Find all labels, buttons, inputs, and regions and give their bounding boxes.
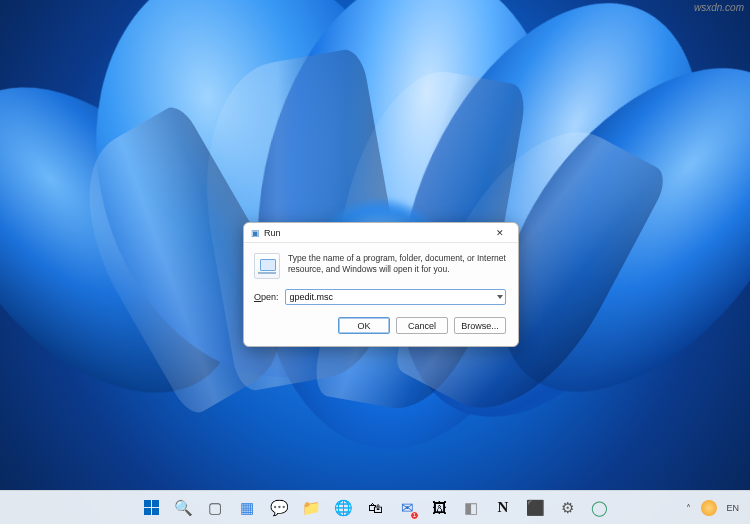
file-explorer-button[interactable]: 📁 [298,495,324,521]
run-program-icon [254,253,280,279]
taskbar: 🔍 ▢ ▦ 💬 📁 🌐 🛍 ✉ 1 🖼 ◧ N ⬛ ⚙ ◯ ˄ EN [0,490,750,524]
pinned-app-1[interactable]: ◧ [458,495,484,521]
run-title: Run [264,228,486,238]
chat-button[interactable]: 💬 [266,495,292,521]
notion-button[interactable]: N [490,495,516,521]
app-icon: ◧ [464,499,478,517]
folder-icon: 📁 [302,499,321,517]
run-description: Type the name of a program, folder, docu… [288,253,506,275]
widgets-icon: ▦ [240,499,254,517]
open-label: Open: [254,292,279,302]
watermark-text: wsxdn.com [694,2,744,13]
mail-button[interactable]: ✉ 1 [394,495,420,521]
app-icon-2: ⬛ [526,499,545,517]
search-icon: 🔍 [174,499,193,517]
close-button[interactable]: ✕ [486,225,514,241]
start-button[interactable] [138,495,164,521]
pinned-app-2[interactable]: ⬛ [522,495,548,521]
settings-button[interactable]: ⚙ [554,495,580,521]
edge-button[interactable]: 🌐 [330,495,356,521]
tray-app-icon[interactable] [701,500,717,516]
taskbar-tray: ˄ EN [682,491,742,524]
run-title-icon: ▣ [250,228,260,238]
task-view-button[interactable]: ▢ [202,495,228,521]
ok-button[interactable]: OK [338,317,390,334]
taskbar-center: 🔍 ▢ ▦ 💬 📁 🌐 🛍 ✉ 1 🖼 ◧ N ⬛ ⚙ ◯ [138,495,612,521]
edge-icon: 🌐 [334,499,353,517]
gear-icon: ⚙ [561,499,574,517]
store-button[interactable]: 🛍 [362,495,388,521]
mail-badge: 1 [410,511,419,520]
chat-icon: 💬 [270,499,289,517]
task-view-icon: ▢ [208,499,222,517]
photos-icon: 🖼 [432,499,447,516]
tray-overflow-button[interactable]: ˄ [682,501,695,516]
windows-logo-icon [144,500,159,515]
open-input[interactable] [285,289,506,305]
cancel-button[interactable]: Cancel [396,317,448,334]
browse-button[interactable]: Browse... [454,317,506,334]
close-icon: ✕ [496,228,504,238]
pinned-app-3[interactable]: ◯ [586,495,612,521]
search-button[interactable]: 🔍 [170,495,196,521]
photos-button[interactable]: 🖼 [426,495,452,521]
run-titlebar[interactable]: ▣ Run ✕ [244,223,518,243]
store-icon: 🛍 [368,499,383,516]
run-dialog: ▣ Run ✕ Type the name of a program, fold… [243,222,519,347]
app-icon-3: ◯ [591,499,608,517]
notion-icon: N [498,499,509,516]
ime-indicator[interactable]: EN [723,501,742,515]
widgets-button[interactable]: ▦ [234,495,260,521]
